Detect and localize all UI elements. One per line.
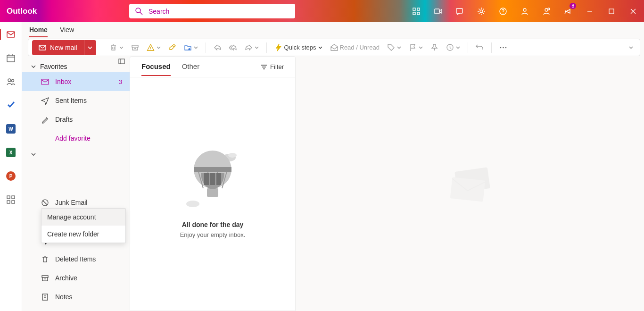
menu-create-folder[interactable]: Create new folder [41,226,125,243]
add-favorite-link[interactable]: Add favorite [22,129,130,148]
quick-steps-button[interactable]: Quick steps [272,40,325,55]
rail-excel[interactable]: X [3,145,18,160]
chevron-down-icon [194,45,198,50]
nav-archive[interactable]: Archive [22,269,130,287]
chevron-down-icon [419,45,423,50]
svg-rect-18 [7,55,15,62]
chevron-down-icon [31,64,36,69]
reading-placeholder-icon [439,153,501,214]
notes-icon [41,293,49,301]
ribbon-tabs: Home View [22,22,644,37]
flag-icon [409,43,417,51]
reading-pane [296,56,644,311]
new-mail-split-button[interactable]: New mail [32,40,96,55]
read-unread-label: Read / Unread [340,44,380,51]
svg-point-0 [136,8,140,13]
rail-calendar[interactable] [3,50,18,66]
svg-rect-27 [12,201,15,203]
nav-notes[interactable]: Notes [22,287,130,306]
ribbon-expand-button[interactable] [626,40,636,55]
nav-deleted[interactable]: Deleted Items [22,250,130,269]
notification-badge: 8 [570,3,576,9]
tab-view[interactable]: View [60,26,74,37]
close-button[interactable] [622,0,644,22]
collapse-pane-button[interactable] [118,58,125,67]
account-icon[interactable] [514,0,536,22]
word-icon: W [6,124,16,134]
tag-button[interactable] [384,40,404,55]
rail-powerpoint[interactable]: P [3,168,18,184]
archive-icon [41,274,49,282]
meet-now-icon[interactable] [427,0,449,22]
menu-manage-account[interactable]: Manage account [41,209,125,226]
sweep-icon [168,43,176,51]
tab-home[interactable]: Home [29,26,48,37]
rail-word[interactable]: W [3,121,18,136]
reply-button[interactable] [211,40,224,55]
svg-point-47 [228,153,237,158]
section-favorites[interactable]: Favorites [22,59,130,72]
new-mail-button[interactable]: New mail [32,40,84,55]
tab-focused[interactable]: Focused [141,62,171,76]
reply-all-icon [229,43,237,51]
pin-button[interactable] [428,40,441,55]
new-mail-dropdown[interactable] [84,40,96,55]
quick-steps-label: Quick steps [284,44,316,51]
tips-icon[interactable] [449,0,471,22]
read-unread-button[interactable]: Read / Unread [327,40,383,55]
filter-button[interactable]: Filter [261,63,284,70]
svg-rect-25 [12,196,15,199]
filter-label: Filter [270,63,284,70]
undo-button[interactable] [473,40,487,55]
balloon-illustration [184,148,241,214]
svg-point-54 [186,201,199,207]
nav-notes-label: Notes [55,293,73,301]
ribbon: New mail Quick steps Read / Unread [28,39,640,56]
send-icon [41,97,49,105]
nav-junk-label: Junk Email [55,199,87,206]
svg-rect-3 [417,8,420,10]
whatsnew-icon[interactable] [536,0,557,22]
svg-rect-26 [7,201,10,203]
snooze-button[interactable] [443,40,463,55]
search-box[interactable] [129,4,295,18]
rail-todo[interactable] [3,98,18,113]
svg-rect-2 [413,8,415,10]
nav-drafts[interactable]: Drafts [22,110,130,129]
settings-icon[interactable] [471,0,492,22]
more-commands-button[interactable] [496,40,510,55]
nav-deleted-label: Deleted Items [55,255,96,263]
section-account[interactable] [22,148,130,159]
people-icon [6,77,16,86]
rail-people[interactable] [3,74,18,89]
svg-rect-34 [119,59,124,64]
notifications-icon[interactable]: 8 [557,0,579,22]
svg-rect-49 [194,167,231,172]
sweep-button[interactable] [165,40,179,55]
apps-icon[interactable] [405,0,427,22]
clock-icon [446,43,454,51]
tab-other[interactable]: Other [182,62,200,76]
delete-button[interactable] [107,40,126,55]
rail-more-apps[interactable] [3,192,18,207]
forward-icon [245,43,253,51]
nav-sent[interactable]: Sent Items [22,91,130,110]
report-button[interactable] [144,40,164,55]
svg-point-11 [545,8,548,11]
nav-archive-label: Archive [55,274,77,282]
move-button[interactable] [181,40,201,55]
nav-inbox[interactable]: Inbox 3 [22,72,130,91]
empty-title: All done for the day [182,221,244,228]
minimize-button[interactable] [579,0,601,22]
archive-button[interactable] [128,40,142,55]
junk-icon [41,199,49,207]
help-icon[interactable] [492,0,514,22]
reply-all-button[interactable] [226,40,240,55]
rail-mail[interactable] [3,27,18,42]
panel-icon [118,58,125,65]
flag-button[interactable] [406,40,426,55]
search-input[interactable] [149,8,289,15]
svg-point-32 [503,47,504,49]
forward-button[interactable] [242,40,262,55]
maximize-button[interactable] [601,0,622,22]
